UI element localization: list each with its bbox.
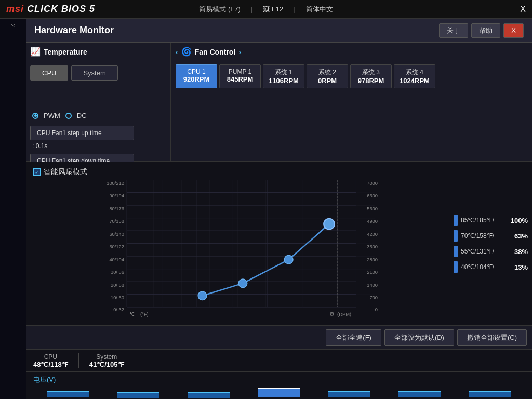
svg-text:0/ 32: 0/ 32 xyxy=(113,307,124,312)
svg-text:700: 700 xyxy=(369,295,378,300)
legend-temp-55: 55℃/131℉/ xyxy=(461,248,494,255)
temperature-header: 📈 Temperature xyxy=(30,47,166,60)
top-bar: msi CLICK BIOS 5 简易模式 (F7) | 🖼 F12 | 简体中… xyxy=(0,0,532,19)
volt-item-3: 12.192 系统/12V xyxy=(244,387,314,399)
svg-text:(°F): (°F) xyxy=(140,312,149,317)
cpu-temp-label: CPU xyxy=(33,353,68,361)
svg-text:90/194: 90/194 xyxy=(109,193,124,198)
msi-logo: msi CLICK BIOS 5 xyxy=(6,4,95,15)
svg-text:50/122: 50/122 xyxy=(109,244,124,249)
temperature-panel: 📈 Temperature CPU System PWM DC CPU Fan1… xyxy=(26,43,171,161)
full-speed-button[interactable]: 全部全速(F) xyxy=(326,329,381,346)
fan-control-header: ‹ 🌀 Fan Control › xyxy=(176,47,528,60)
pwm-label: PWM xyxy=(44,112,60,119)
legend-item-40: 40℃/104℉/ 13% xyxy=(454,261,528,273)
mode-label: 简易模式 (F7) xyxy=(199,5,240,14)
main-content: Hardware Monitor 关于 帮助 X 📈 Temperature C… xyxy=(26,19,532,399)
svg-text:6300: 6300 xyxy=(367,193,378,198)
svg-point-43 xyxy=(238,279,247,288)
volt-bar-1 xyxy=(117,392,159,398)
set-default-button[interactable]: 全部设为默认(D) xyxy=(384,329,454,346)
help-button[interactable]: 帮助 xyxy=(471,23,500,38)
fan-icon: 🌀 xyxy=(181,47,192,57)
tab-system[interactable]: System xyxy=(71,65,117,81)
fan-step-up-button[interactable]: CPU Fan1 step up time xyxy=(30,126,134,140)
bottom-action-buttons: 全部全速(F) 全部设为默认(D) 撤销全部设置(C) xyxy=(26,326,532,350)
svg-text:5600: 5600 xyxy=(367,206,378,211)
dc-label: DC xyxy=(77,112,87,119)
legend-item-55: 55℃/131℉/ 38% xyxy=(454,246,528,257)
system-temp-value: 41℃/105℉ xyxy=(89,361,124,368)
svg-text:70/158: 70/158 xyxy=(109,219,124,224)
fan-step-up-value: : 0.1s xyxy=(30,142,166,150)
middle-section: ✓ 智能风扇模式 100/212 90/194 xyxy=(26,162,532,326)
cpu-temp-value: 48℃/118℉ xyxy=(33,361,68,368)
top-bar-center: 简易模式 (F7) | 🖼 F12 | 简体中文 xyxy=(199,5,332,14)
svg-text:7000: 7000 xyxy=(367,181,378,186)
legend-temp-70: 70℃/158℉/ xyxy=(461,232,494,240)
fan-control-title: Fan Control xyxy=(195,48,236,56)
lang-label: 简体中文 xyxy=(306,5,333,14)
pwm-dc-selector: PWM DC xyxy=(32,112,166,119)
volt-item-2: 1.328 CPU SA xyxy=(174,388,244,399)
legend-pct-40: 13% xyxy=(514,263,528,271)
svg-point-44 xyxy=(284,255,293,264)
legend-pct-70: 63% xyxy=(514,232,528,240)
graph-title-row: ✓ 智能风扇模式 xyxy=(33,167,442,177)
svg-text:10/ 50: 10/ 50 xyxy=(111,295,124,300)
smart-fan-checkbox[interactable]: ✓ xyxy=(33,168,41,176)
pwm-radio[interactable] xyxy=(32,113,38,119)
legend-pct-85: 100% xyxy=(511,217,528,224)
fan-nav-left[interactable]: ‹ xyxy=(176,48,178,56)
svg-text:60/140: 60/140 xyxy=(109,232,124,237)
svg-text:2800: 2800 xyxy=(367,257,378,262)
temperature-icon: 📈 xyxy=(30,47,41,57)
fan-card-3[interactable]: 系统 2 0RPM xyxy=(307,64,348,88)
svg-text:3500: 3500 xyxy=(367,244,378,249)
volt-bar-5 xyxy=(398,391,441,397)
volt-bar-3 xyxy=(258,388,300,397)
volt-item-4: 5.040 系统/5V xyxy=(314,387,384,399)
system-temp-label: System xyxy=(89,353,124,361)
volt-bar-2 xyxy=(188,392,230,398)
cpu-temp-status: CPU 48℃/118℉ xyxy=(33,353,68,368)
hw-body: 📈 Temperature CPU System PWM DC CPU Fan1… xyxy=(26,43,532,399)
cancel-all-button[interactable]: 撤销全部设置(C) xyxy=(457,329,527,346)
chart-container: 100/212 90/194 80/176 70/158 60/140 50/1… xyxy=(33,180,442,320)
voltage-section: 电压(V) 1.128 CPU核心 1.264 CPU I/O 1.328 CP… xyxy=(26,372,532,399)
fan-curve-chart: 100/212 90/194 80/176 70/158 60/140 50/1… xyxy=(33,180,442,320)
svg-point-42 xyxy=(198,291,207,300)
hw-header-buttons: 关于 帮助 X xyxy=(439,23,524,38)
voltage-section-label: 电压(V) xyxy=(33,375,525,384)
hw-monitor-title: Hardware Monitor xyxy=(34,25,114,36)
legend-bar-40 xyxy=(454,261,458,273)
temperature-tabs: CPU System xyxy=(30,65,166,81)
status-bar: CPU 48℃/118℉ System 41℃/105℉ xyxy=(26,350,532,372)
fan-card-1[interactable]: PUMP 1 845RPM xyxy=(219,64,261,88)
top-section: 📈 Temperature CPU System PWM DC CPU Fan1… xyxy=(26,43,532,162)
fan-card-0[interactable]: CPU 1 920RPM xyxy=(176,64,217,88)
fan-nav-right[interactable]: › xyxy=(238,48,241,56)
legend-bar-70 xyxy=(454,230,458,242)
status-divider-1 xyxy=(78,353,79,368)
tab-cpu[interactable]: CPU xyxy=(30,65,68,81)
close-button[interactable]: X xyxy=(503,23,524,38)
svg-text:2100: 2100 xyxy=(367,270,378,275)
temperature-title: Temperature xyxy=(44,48,87,56)
legend-temp-85: 85℃/185℉/ xyxy=(461,217,494,224)
dc-radio[interactable] xyxy=(65,113,72,119)
svg-text:1400: 1400 xyxy=(367,283,378,288)
fan-card-2[interactable]: 系统 1 1106RPM xyxy=(263,64,304,88)
about-button[interactable]: 关于 xyxy=(439,23,468,38)
svg-text:(RPM): (RPM) xyxy=(337,312,351,317)
legend-item-70: 70℃/158℉/ 63% xyxy=(454,230,528,242)
top-close-button[interactable]: X xyxy=(520,5,526,14)
fan-card-4[interactable]: 系统 3 978RPM xyxy=(350,64,392,88)
volt-item-0: 1.128 CPU核心 xyxy=(33,387,103,399)
top-bar-right: X xyxy=(520,5,526,14)
volt-bar-0 xyxy=(47,391,89,397)
volt-bar-4 xyxy=(328,391,370,397)
system-temp-status: System 41℃/105℉ xyxy=(89,353,124,368)
f12-label: 🖼 F12 xyxy=(263,5,283,13)
fan-card-5[interactable]: 系统 4 1024RPM xyxy=(394,64,435,88)
